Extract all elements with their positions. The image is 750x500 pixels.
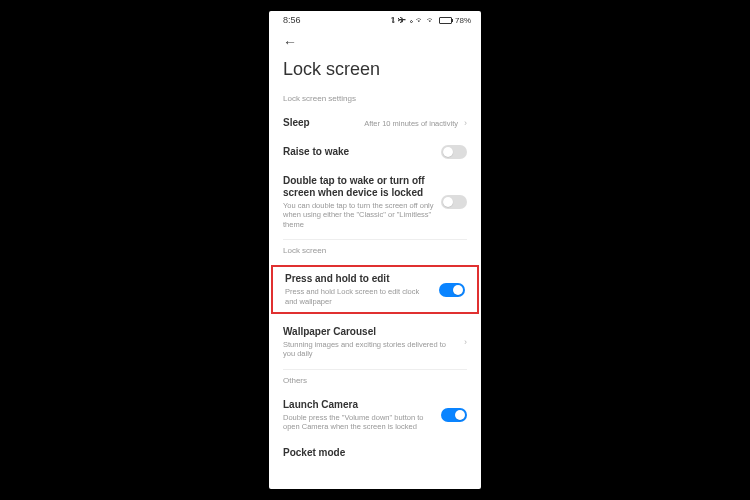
chevron-right-icon: › xyxy=(464,337,467,347)
status-right: ⇅ ✈ ⚬ ᯤ ᯤ 78% xyxy=(391,16,471,25)
chevron-right-icon: › xyxy=(464,118,467,128)
divider xyxy=(283,369,467,370)
launch-camera-toggle[interactable] xyxy=(441,408,467,422)
row-raise-to-wake[interactable]: Raise to wake xyxy=(269,137,481,167)
status-icons: ⇅ ✈ ⚬ ᯤ ᯤ xyxy=(391,16,436,25)
double-tap-toggle[interactable] xyxy=(441,195,467,209)
status-time: 8:56 xyxy=(283,15,301,25)
row-wallpaper-carousel[interactable]: Wallpaper Carousel Stunning images and e… xyxy=(269,318,481,367)
press-hold-title: Press and hold to edit xyxy=(285,273,433,285)
sleep-value: After 10 minutes of inactivity xyxy=(364,119,458,128)
double-tap-sub: You can double tap to turn the screen of… xyxy=(283,201,435,229)
status-bar: 8:56 ⇅ ✈ ⚬ ᯤ ᯤ 78% xyxy=(269,11,481,27)
press-hold-sub: Press and hold Lock screen to edit clock… xyxy=(285,287,433,306)
launch-camera-title: Launch Camera xyxy=(283,399,435,411)
row-launch-camera[interactable]: Launch Camera Double press the "Volume d… xyxy=(269,391,481,440)
section-label-lock-screen: Lock screen xyxy=(269,242,481,261)
battery-percent: 78% xyxy=(455,16,471,25)
double-tap-title: Double tap to wake or turn off screen wh… xyxy=(283,175,435,199)
divider xyxy=(283,239,467,240)
row-double-tap[interactable]: Double tap to wake or turn off screen wh… xyxy=(269,167,481,237)
row-sleep[interactable]: Sleep After 10 minutes of inactivity › xyxy=(269,109,481,137)
wallpaper-carousel-title: Wallpaper Carousel xyxy=(283,326,458,338)
row-press-and-hold[interactable]: Press and hold to edit Press and hold Lo… xyxy=(271,265,479,314)
wallpaper-carousel-sub: Stunning images and exciting stories del… xyxy=(283,340,458,359)
section-label-lock-screen-settings: Lock screen settings xyxy=(269,90,481,109)
pocket-mode-title: Pocket mode xyxy=(283,447,467,459)
sleep-title: Sleep xyxy=(283,117,358,129)
section-label-others: Others xyxy=(269,372,481,391)
header: ← xyxy=(269,27,481,53)
page-title: Lock screen xyxy=(269,53,481,90)
launch-camera-sub: Double press the "Volume down" button to… xyxy=(283,413,435,432)
phone-screen: 8:56 ⇅ ✈ ⚬ ᯤ ᯤ 78% ← Lock screen Lock sc… xyxy=(269,11,481,489)
raise-to-wake-toggle[interactable] xyxy=(441,145,467,159)
press-hold-toggle[interactable] xyxy=(439,283,465,297)
battery-icon xyxy=(439,17,452,24)
back-arrow-icon[interactable]: ← xyxy=(283,34,297,50)
row-pocket-mode[interactable]: Pocket mode xyxy=(269,439,481,461)
raise-to-wake-title: Raise to wake xyxy=(283,146,435,158)
